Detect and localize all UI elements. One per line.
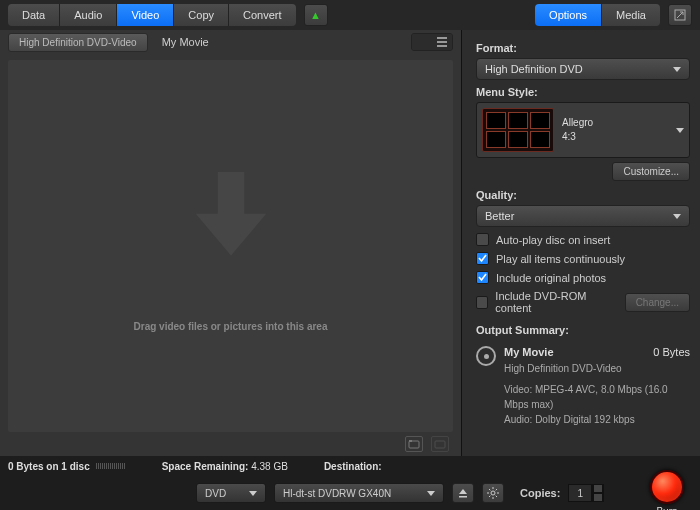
disc-type-value: DVD xyxy=(205,488,226,499)
include-rom-label: Include DVD-ROM content xyxy=(495,290,617,314)
output-bytes: 0 Bytes xyxy=(653,344,690,361)
output-subtitle: High Definition DVD-Video xyxy=(504,361,690,376)
chevron-down-icon xyxy=(673,67,681,72)
usage-ticks xyxy=(96,463,156,469)
output-video-info: Video: MPEG-4 AVC, 8.0 Mbps (16.0 Mbps m… xyxy=(504,382,690,412)
svg-line-11 xyxy=(496,496,497,497)
right-tabs: Options Media xyxy=(535,4,660,26)
eject-icon[interactable] xyxy=(452,483,474,503)
output-summary-label: Output Summary: xyxy=(476,324,690,336)
view-toggle[interactable] xyxy=(411,33,453,51)
drop-arrow-icon xyxy=(176,161,286,271)
chevron-down-icon xyxy=(427,491,435,496)
new-folder-icon[interactable] xyxy=(405,436,423,452)
quality-select[interactable]: Better xyxy=(476,205,690,227)
menu-style-thumbnail xyxy=(482,108,554,152)
play-all-label: Play all items continuously xyxy=(496,253,625,265)
menu-style-label: Menu Style: xyxy=(476,86,690,98)
tab-video[interactable]: Video xyxy=(117,4,174,26)
include-rom-checkbox[interactable]: Include DVD-ROM content xyxy=(476,290,618,314)
tab-copy[interactable]: Copy xyxy=(174,4,229,26)
disc-type-select[interactable]: DVD xyxy=(196,483,266,503)
svg-line-12 xyxy=(489,496,490,497)
remove-item-icon[interactable] xyxy=(431,436,449,452)
chevron-down-icon xyxy=(249,491,257,496)
play-all-checkbox[interactable]: Play all items continuously xyxy=(476,252,690,265)
format-value: High Definition DVD xyxy=(485,63,583,75)
disc-icon xyxy=(476,346,496,366)
output-audio-info: Audio: Dolby Digital 192 kbps xyxy=(504,412,690,427)
burn-button[interactable] xyxy=(650,470,684,504)
include-photos-label: Include original photos xyxy=(496,272,606,284)
expand-panel-icon[interactable] xyxy=(668,4,692,26)
tab-options[interactable]: Options xyxy=(535,4,602,26)
svg-rect-2 xyxy=(409,440,412,442)
project-name: My Movie xyxy=(156,36,209,48)
svg-line-10 xyxy=(489,489,490,490)
drop-area[interactable]: Drag video files or pictures into this a… xyxy=(8,60,453,432)
upload-icon[interactable]: ▲ xyxy=(304,4,328,26)
chevron-down-icon xyxy=(676,128,684,133)
output-title: My Movie xyxy=(504,344,554,361)
quality-value: Better xyxy=(485,210,514,222)
gear-icon[interactable] xyxy=(482,483,504,503)
menu-style-select[interactable]: Allegro 4:3 xyxy=(476,102,690,158)
tab-audio[interactable]: Audio xyxy=(60,4,117,26)
copies-up[interactable] xyxy=(592,484,604,493)
copies-label: Copies: xyxy=(520,487,560,499)
detail-view-icon[interactable] xyxy=(432,34,452,50)
main-tabs: Data Audio Video Copy Convert xyxy=(8,4,296,26)
menu-style-name: Allegro xyxy=(562,116,668,130)
change-button: Change... xyxy=(625,293,690,312)
include-photos-checkbox[interactable]: Include original photos xyxy=(476,271,690,284)
drop-message: Drag video files or pictures into this a… xyxy=(134,321,328,332)
drive-value: Hl-dt-st DVDRW GX40N xyxy=(283,488,391,499)
space-remaining-label: Space Remaining: xyxy=(162,461,249,472)
quality-label: Quality: xyxy=(476,189,690,201)
chevron-down-icon xyxy=(673,214,681,219)
format-chip[interactable]: High Definition DVD-Video xyxy=(8,33,148,52)
format-select[interactable]: High Definition DVD xyxy=(476,58,690,80)
format-label: Format: xyxy=(476,42,690,54)
list-view-icon[interactable] xyxy=(412,34,432,50)
tab-data[interactable]: Data xyxy=(8,4,60,26)
menu-style-ratio: 4:3 xyxy=(562,130,668,144)
copies-down[interactable] xyxy=(592,493,604,502)
tab-convert[interactable]: Convert xyxy=(229,4,296,26)
destination-label: Destination: xyxy=(324,461,382,472)
tab-media[interactable]: Media xyxy=(602,4,660,26)
svg-rect-1 xyxy=(409,441,419,448)
space-remaining-value: 4.38 GB xyxy=(251,461,288,472)
copies-value: 1 xyxy=(568,484,592,502)
status-bytes: 0 Bytes on 1 disc xyxy=(8,461,90,472)
autoplay-label: Auto-play disc on insert xyxy=(496,234,610,246)
drive-select[interactable]: Hl-dt-st DVDRW GX40N xyxy=(274,483,444,503)
svg-rect-3 xyxy=(435,441,445,448)
customize-button[interactable]: Customize... xyxy=(612,162,690,181)
svg-rect-4 xyxy=(459,496,467,498)
copies-stepper[interactable]: 1 xyxy=(568,484,608,502)
autoplay-checkbox[interactable]: Auto-play disc on insert xyxy=(476,233,690,246)
svg-point-5 xyxy=(491,491,495,495)
svg-line-13 xyxy=(496,489,497,490)
burn-label: Burn xyxy=(656,506,677,511)
